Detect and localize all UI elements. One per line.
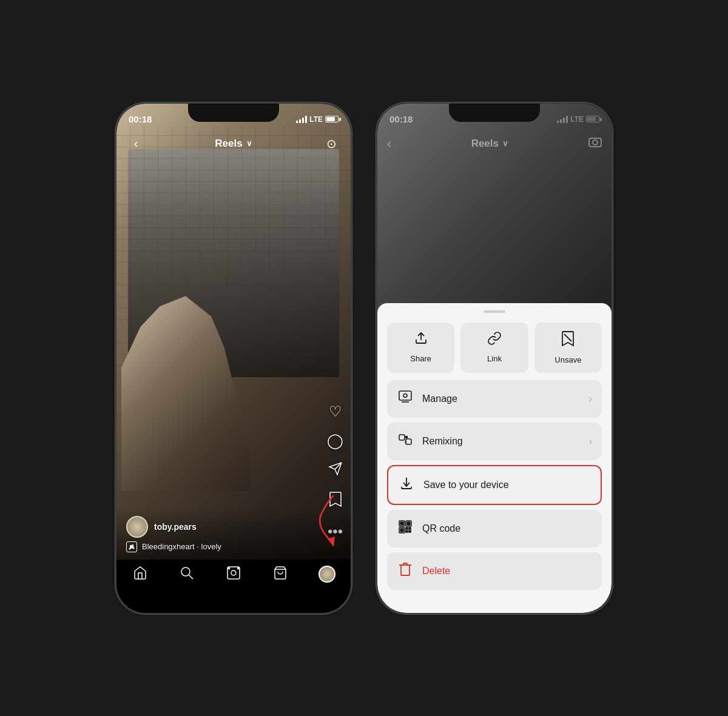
unsave-label: Unsave [554, 355, 581, 364]
status-time-1: 00:18 [129, 114, 152, 124]
phone-2: 00:18 LTE ‹ Reels ∨ [376, 102, 613, 614]
share-button[interactable] [327, 461, 343, 480]
qr-label: QR code [422, 523, 592, 534]
music-icon [126, 541, 137, 552]
svg-point-17 [406, 436, 408, 438]
tab-search[interactable] [174, 566, 200, 580]
delete-icon [397, 562, 414, 580]
nav-chevron-icon-2[interactable]: ∨ [502, 139, 508, 148]
nav-chevron-icon-1[interactable]: ∨ [246, 139, 252, 148]
signal-icon [296, 116, 307, 123]
sheet-handle [484, 310, 505, 313]
sheet-save-device-item[interactable]: Save to your device [387, 465, 602, 505]
sheet-delete-item[interactable]: Delete [387, 552, 602, 590]
svg-point-0 [129, 547, 131, 549]
like-button[interactable]: ♡ [327, 403, 343, 420]
status-icons-1: LTE [296, 115, 339, 124]
sheet-share-button[interactable]: Share [387, 323, 454, 373]
nav-bar-2: ‹ Reels ∨ [377, 130, 612, 157]
back-button-1[interactable]: ‹ [126, 136, 146, 150]
svg-point-1 [133, 547, 135, 549]
notch-2 [449, 104, 540, 122]
svg-point-11 [593, 140, 598, 145]
remixing-icon [397, 432, 414, 450]
manage-label: Manage [422, 393, 581, 404]
song-row: Bleedingxheart · lovely [126, 541, 341, 552]
status-icons-2: LTE [557, 115, 599, 124]
tab-shop[interactable] [267, 566, 294, 580]
tab-bar-1 [116, 560, 351, 613]
link-icon [487, 331, 502, 349]
save-device-label: Save to your device [423, 480, 591, 490]
avatar-1 [126, 516, 148, 538]
sheet-top-row: Share Link [387, 323, 602, 373]
svg-rect-15 [399, 435, 405, 440]
svg-rect-26 [406, 530, 408, 532]
link-label: Link [487, 354, 502, 363]
svg-rect-25 [409, 527, 411, 529]
svg-rect-23 [400, 529, 403, 532]
user-row: toby.pears [126, 516, 341, 538]
song-text: Bleedingxheart · lovely [142, 542, 221, 551]
status-time-2: 00:18 [389, 114, 413, 124]
svg-point-14 [403, 393, 407, 397]
comment-button[interactable]: ◯ [327, 432, 343, 449]
tab-profile[interactable] [314, 566, 340, 583]
svg-rect-24 [406, 527, 408, 529]
manage-icon [397, 390, 414, 408]
sheet-link-button[interactable]: Link [460, 323, 528, 373]
svg-point-7 [228, 567, 229, 569]
remixing-label: Remixing [422, 436, 581, 447]
nav-title-1: Reels ∨ [215, 138, 252, 150]
camera-icon-2[interactable] [588, 135, 602, 152]
video-background [116, 104, 351, 560]
qr-icon [397, 520, 414, 538]
tab-home[interactable] [127, 566, 153, 580]
nav-bar-1: ‹ Reels ∨ ⊙ [116, 130, 351, 157]
delete-label: Delete [422, 566, 592, 577]
bottom-sheet: Share Link [377, 303, 612, 613]
sheet-qr-item[interactable]: QR code [387, 510, 602, 547]
tab-reels[interactable] [220, 566, 247, 580]
manage-chevron: › [589, 393, 592, 404]
battery-icon-1 [325, 116, 339, 122]
svg-rect-16 [406, 439, 411, 444]
phone-1: 00:18 LTE ‹ Reels ∨ ⊙ [115, 102, 352, 614]
svg-point-3 [181, 567, 190, 576]
svg-point-8 [237, 567, 238, 569]
unsave-icon [561, 331, 575, 350]
sheet-unsave-button[interactable]: Unsave [534, 323, 602, 373]
battery-icon-2 [586, 116, 599, 122]
profile-avatar-tab [318, 566, 335, 583]
back-button-2[interactable]: ‹ [387, 136, 391, 150]
save-device-icon [398, 476, 415, 494]
lte-label-2: LTE [570, 115, 584, 124]
bottom-overlay: toby.pears Bleedingxheart · lovely [116, 509, 351, 560]
svg-point-6 [231, 570, 236, 575]
svg-rect-10 [589, 138, 601, 147]
share-label: Share [410, 354, 431, 363]
sheet-remixing-item[interactable]: Remixing › [387, 423, 602, 460]
camera-icon-1[interactable]: ⊙ [322, 136, 341, 151]
svg-rect-27 [409, 530, 411, 532]
lte-label-1: LTE [309, 115, 323, 124]
signal-icon-2 [557, 116, 568, 123]
remixing-chevron: › [589, 436, 592, 447]
svg-line-12 [564, 334, 571, 341]
svg-line-4 [189, 575, 193, 579]
nav-title-2: Reels ∨ [471, 138, 508, 150]
sheet-manage-item[interactable]: Manage › [387, 380, 602, 418]
svg-rect-22 [407, 522, 410, 525]
username-1[interactable]: toby.pears [154, 522, 197, 532]
share-icon [414, 331, 428, 349]
notch-1 [188, 104, 279, 122]
svg-rect-13 [399, 391, 411, 400]
svg-rect-21 [400, 522, 403, 525]
